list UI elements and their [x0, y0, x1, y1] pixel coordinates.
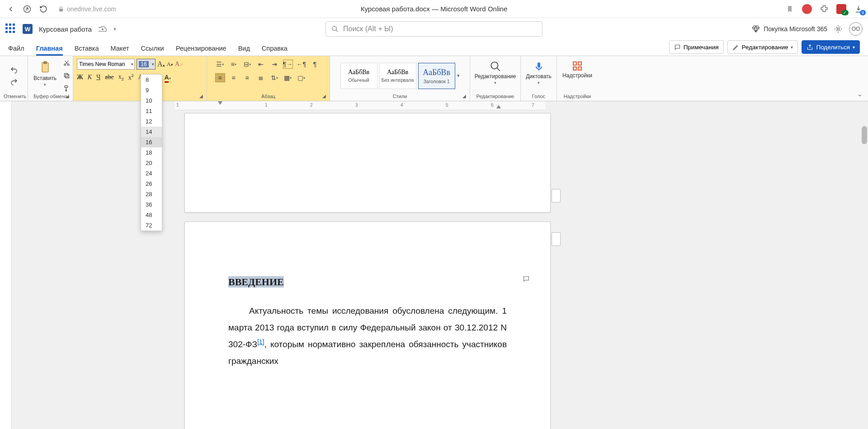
size-option[interactable]: 24	[141, 168, 162, 179]
premium-button[interactable]: Покупка Microsoft 365	[752, 25, 827, 33]
shading-button[interactable]: ▦▾	[283, 73, 293, 82]
addins-button[interactable]: Надстройки	[559, 59, 596, 80]
size-option[interactable]: 11	[141, 106, 162, 116]
align-right-button[interactable]: ≡	[242, 73, 252, 82]
font-name-combo[interactable]: Times New Roman ▾	[77, 59, 135, 70]
size-option[interactable]: 72	[141, 220, 162, 231]
bookmark-icon[interactable]	[785, 4, 795, 14]
size-option[interactable]: 28	[141, 189, 162, 199]
downloads-icon[interactable]: 9	[854, 4, 863, 14]
user-avatar[interactable]: ОО	[849, 22, 863, 36]
justify-button[interactable]: ≣	[256, 73, 266, 82]
tab-layout[interactable]: Макет	[111, 45, 129, 56]
style-normal[interactable]: АаБбВв Обычный	[340, 63, 377, 89]
styles-more-button[interactable]: ▾	[457, 73, 460, 79]
bullets-button[interactable]: ☰▾	[215, 60, 225, 69]
align-center-button[interactable]: ≡	[229, 73, 239, 82]
extension-icon-1[interactable]	[802, 4, 812, 14]
increase-indent-button[interactable]: ⇥	[269, 60, 279, 69]
rtl-button[interactable]: ←¶	[297, 60, 307, 69]
back-button[interactable]	[5, 3, 17, 15]
comment-anchor-icon[interactable]	[522, 275, 530, 283]
comment-marker[interactable]	[552, 189, 561, 203]
superscript-button[interactable]: x2	[128, 73, 134, 81]
footnote-ref[interactable]: [1]	[257, 338, 264, 345]
document-page[interactable]: ВВЕДЕНИЕ Актуальность темы исследования …	[184, 222, 551, 429]
document-page[interactable]	[184, 113, 551, 212]
chevron-down-icon[interactable]: ▾	[113, 26, 116, 32]
dialog-launcher-icon[interactable]: ◢	[199, 94, 205, 99]
subscript-button[interactable]: x2	[118, 73, 124, 81]
font-size-combo[interactable]: ▾	[137, 59, 156, 70]
underline-button[interactable]: Ч	[96, 74, 100, 81]
undo-button[interactable]	[9, 66, 19, 74]
tab-file[interactable]: Файл	[8, 45, 24, 56]
size-option[interactable]: 18	[141, 147, 162, 158]
style-no-spacing[interactable]: АаБбВв Без интервала	[379, 63, 416, 89]
dialog-launcher-icon[interactable]: ◢	[66, 94, 71, 99]
right-indent-marker-icon[interactable]	[496, 105, 501, 109]
borders-button[interactable]: ▢▾	[297, 73, 307, 82]
grow-font-button[interactable]: A▴	[157, 60, 165, 68]
tab-review[interactable]: Рецензирование	[176, 45, 226, 56]
app-launcher-icon[interactable]	[5, 24, 16, 34]
url-bar[interactable]: onedrive.live.com	[53, 4, 121, 14]
shrink-font-button[interactable]: A▾	[167, 61, 173, 68]
size-option[interactable]: 10	[141, 95, 162, 106]
multilevel-list-button[interactable]: ⊟▾	[242, 60, 252, 69]
font-color-button[interactable]: A▾	[165, 73, 171, 81]
style-heading1[interactable]: АаБбВв Заголовок 1	[418, 63, 455, 89]
dialog-launcher-icon[interactable]: ◢	[462, 94, 468, 99]
paste-button[interactable]: Вставить ▾	[30, 59, 60, 89]
size-option[interactable]: 8	[141, 75, 162, 85]
show-marks-button[interactable]: ¶	[310, 60, 320, 69]
scrollbar-thumb[interactable]	[862, 126, 867, 144]
tab-references[interactable]: Ссылки	[141, 45, 164, 56]
dialog-launcher-icon[interactable]: ◢	[322, 94, 328, 99]
cut-button[interactable]	[63, 59, 71, 67]
size-option[interactable]: 12	[141, 116, 162, 127]
size-option[interactable]: 20	[141, 158, 162, 168]
yandex-home-icon[interactable]	[21, 3, 33, 15]
ltr-button[interactable]: ¶→	[283, 60, 293, 69]
size-option[interactable]: 26	[141, 179, 162, 189]
size-option[interactable]: 48	[141, 210, 162, 220]
tab-insert[interactable]: Вставка	[75, 45, 99, 56]
search-input[interactable]: Поиск (Alt + Ы)	[326, 21, 542, 37]
size-option[interactable]: 16	[141, 137, 162, 147]
clear-formatting-button[interactable]: A⟋	[175, 61, 184, 68]
numbering-button[interactable]: ≡▾	[229, 60, 239, 69]
dictate-button[interactable]: Диктовать ▾	[522, 59, 555, 87]
tab-home[interactable]: Главная	[36, 45, 63, 56]
find-replace-button[interactable]: Редактирование ▾	[471, 59, 519, 87]
save-status-icon[interactable]	[98, 24, 107, 33]
reload-button[interactable]	[37, 3, 50, 15]
format-painter-button[interactable]	[63, 84, 71, 92]
indent-marker-icon[interactable]	[218, 101, 222, 106]
horizontal-ruler[interactable]: 1 1 2 3 4 5 6 7	[175, 101, 545, 110]
size-option[interactable]: 14	[141, 127, 162, 137]
font-size-dropdown[interactable]: 8 9 10 11 12 14 16 18 20 24 26 28 36 48 …	[141, 74, 162, 231]
font-size-input[interactable]	[139, 61, 149, 67]
collapse-ribbon-button[interactable]: ⌄	[857, 90, 863, 98]
size-option[interactable]: 36	[141, 199, 162, 210]
line-spacing-button[interactable]: ⇅▾	[269, 73, 279, 82]
extensions-menu-icon[interactable]	[819, 4, 829, 14]
editing-mode-button[interactable]: Редактирование ▾	[727, 40, 798, 54]
share-button[interactable]: Поделиться ▾	[802, 40, 860, 54]
strikethrough-button[interactable]: abc	[105, 74, 113, 81]
size-option[interactable]: 9	[141, 85, 162, 95]
vertical-ruler[interactable]	[0, 101, 12, 429]
extension-icon-2[interactable]: ✓	[836, 4, 846, 14]
document-name[interactable]: Курсовая работа	[39, 25, 92, 33]
document-body[interactable]: Актуальность темы исследования обусловле…	[228, 302, 507, 370]
tab-view[interactable]: Вид	[238, 45, 250, 56]
settings-icon[interactable]	[834, 24, 843, 33]
comment-marker[interactable]	[552, 232, 561, 246]
align-left-button[interactable]: ≡	[215, 73, 225, 82]
copy-button[interactable]	[63, 71, 71, 80]
document-heading[interactable]: ВВЕДЕНИЕ	[228, 276, 284, 288]
comments-button[interactable]: Примечания	[669, 40, 724, 54]
decrease-indent-button[interactable]: ⇤	[256, 60, 266, 69]
bold-button[interactable]: Ж	[77, 74, 83, 81]
